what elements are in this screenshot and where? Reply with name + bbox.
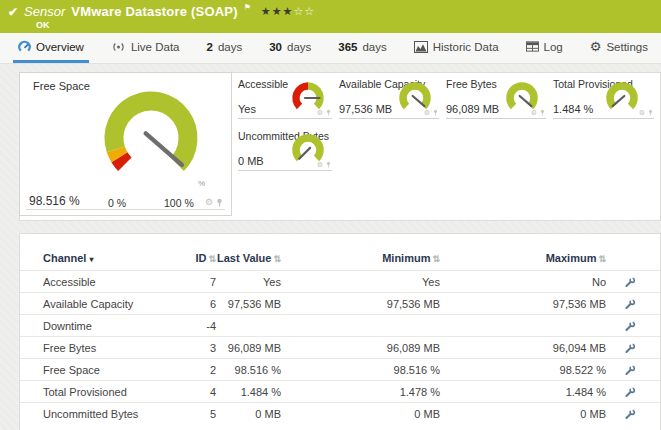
gear-icon[interactable]: ⚙ — [639, 109, 645, 116]
gear-icon[interactable]: ⚙ — [424, 109, 430, 116]
wrench-icon[interactable] — [625, 276, 636, 288]
gauge-needle — [613, 96, 625, 106]
tab-bar: Overview Live Data 2 days 30 days 365 da… — [0, 33, 661, 64]
wrench-icon[interactable] — [625, 386, 636, 398]
available-capacity-value: 97,536 MB — [339, 103, 392, 115]
gear-icon[interactable]: ⚙ — [317, 109, 323, 116]
pin-icon[interactable] — [216, 198, 223, 207]
free-space-value: 98.516 % — [29, 194, 80, 208]
table-row[interactable]: Free Bytes 3 96,089 MB 96,089 MB 96,094 … — [20, 336, 660, 358]
channel-maximum: No — [440, 276, 606, 288]
channel-name: Downtime — [20, 320, 183, 332]
channel-name: Free Space — [20, 364, 183, 376]
stars-empty[interactable]: ☆☆ — [293, 5, 315, 17]
total-provisioned-gauge-tile: Total Provisioned 1.484 % ⚙ — [553, 76, 654, 119]
total-provisioned-value: 1.484 % — [553, 103, 593, 115]
pin-icon[interactable] — [433, 109, 438, 116]
channel-id: 4 — [183, 386, 216, 398]
channel-name: Accessible — [20, 276, 183, 288]
column-header-minimum[interactable]: Minimum⇅ — [281, 252, 440, 264]
tab-log[interactable]: Log — [521, 33, 568, 63]
flag-icon[interactable]: ⚑ — [244, 3, 251, 12]
tab-30-days[interactable]: 30 days — [264, 33, 316, 63]
tab-live-data[interactable]: Live Data — [106, 33, 185, 63]
tab-2-days[interactable]: 2 days — [202, 33, 248, 63]
channel-last-value: 98.516 % — [216, 364, 281, 376]
wrench-icon[interactable] — [625, 298, 636, 310]
gear-icon: ⚙ — [590, 40, 602, 53]
wrench-icon[interactable] — [625, 342, 636, 354]
gauge-needle — [299, 148, 310, 159]
channel-last-value: 97,536 MB — [216, 298, 281, 310]
channel-minimum: 96,089 MB — [281, 342, 440, 354]
tab-30-days-number: 30 — [269, 41, 282, 53]
wrench-icon[interactable] — [625, 408, 636, 420]
stars-filled[interactable]: ★★★ — [261, 5, 294, 17]
gear-icon[interactable]: ⚙ — [205, 198, 213, 207]
small-gauges-grid: Accessible Yes ⚙ Available Capacity 97,5… — [238, 76, 654, 171]
tab-overview[interactable]: Overview — [13, 33, 89, 63]
table-row[interactable]: Uncommitted Bytes 5 0 MB 0 MB 0 MB — [20, 402, 660, 424]
wrench-icon[interactable] — [625, 320, 636, 332]
uncommitted-bytes-gauge-tile: Uncommitted Bytes 0 MB ⚙ — [238, 128, 332, 171]
sort-icon: ⇅ — [273, 254, 281, 264]
tab-historic-data[interactable]: Historic Data — [409, 33, 504, 63]
channel-maximum: 97,536 MB — [440, 298, 606, 310]
gauge-needle — [413, 96, 425, 106]
channel-maximum: 0 MB — [440, 408, 606, 420]
available-capacity-gauge-tile: Available Capacity 97,536 MB ⚙ — [339, 76, 439, 119]
total-provisioned-gauge — [602, 78, 642, 118]
channel-maximum: 1.484 % — [440, 386, 606, 398]
channels-table-panel: Channel▾ ID⇅ Last Value⇅ Minimum⇅ Maximu… — [19, 233, 661, 430]
column-header-id[interactable]: ID⇅ — [183, 252, 216, 264]
channel-maximum: 96,094 MB — [440, 342, 606, 354]
channel-minimum: 0 MB — [281, 408, 440, 420]
sort-icon: ⇅ — [598, 254, 606, 264]
table-row[interactable]: Accessible 7 Yes Yes No — [20, 270, 660, 292]
tab-settings[interactable]: ⚙ Settings — [585, 33, 653, 63]
tab-365-days-unit: days — [362, 41, 386, 53]
sort-icon: ⇅ — [432, 254, 440, 264]
column-header-channel[interactable]: Channel▾ — [20, 252, 183, 264]
channel-minimum: Yes — [281, 276, 440, 288]
sensor-header-bar: ✔ Sensor VMware Datastore (SOAP) ⚑ ★★★☆☆… — [0, 0, 661, 33]
gear-icon[interactable]: ⚙ — [317, 161, 323, 168]
gauge-title: Free Space — [33, 80, 90, 92]
free-bytes-value: 96,089 MB — [446, 103, 499, 115]
tab-historic-data-label: Historic Data — [433, 41, 499, 53]
pin-icon[interactable] — [540, 109, 545, 116]
pin-icon[interactable] — [648, 109, 653, 116]
table-row[interactable]: Free Space 2 98.516 % 98.516 % 98.522 % — [20, 358, 660, 380]
channel-last-value: 0 MB — [216, 408, 281, 420]
tab-settings-label: Settings — [606, 41, 648, 53]
channel-name: Uncommitted Bytes — [20, 408, 183, 420]
free-space-gauge-card: Free Space 0 % 100 % % 98.516 % ⚙ — [19, 72, 232, 216]
column-header-last-value[interactable]: Last Value⇅ — [216, 252, 281, 264]
live-data-icon — [111, 41, 126, 53]
gear-icon[interactable]: ⚙ — [531, 109, 537, 116]
column-header-maximum[interactable]: Maximum⇅ — [440, 252, 606, 264]
channel-maximum: 98.522 % — [440, 364, 606, 376]
channel-last-value: Yes — [216, 276, 281, 288]
pin-icon[interactable] — [326, 161, 331, 168]
wrench-icon[interactable] — [625, 364, 636, 376]
tab-365-days-number: 365 — [338, 41, 357, 53]
tab-log-label: Log — [544, 41, 563, 53]
table-row[interactable]: Downtime -4 — [20, 314, 660, 336]
uncommitted-bytes-value: 0 MB — [238, 155, 264, 167]
free-bytes-gauge-tile: Free Bytes 96,089 MB ⚙ — [446, 76, 546, 119]
tab-365-days[interactable]: 365 days — [333, 33, 391, 63]
gauge-scale-min: 0 % — [108, 197, 126, 209]
channel-name: Total Provisioned — [20, 386, 183, 398]
channel-last-value: 1.484 % — [216, 386, 281, 398]
gauge-needle — [520, 96, 532, 106]
pin-icon[interactable] — [326, 109, 331, 116]
channel-id: -4 — [183, 320, 216, 332]
channel-id: 3 — [183, 342, 216, 354]
priority-rating[interactable]: ★★★☆☆ — [261, 5, 315, 18]
table-row[interactable]: Available Capacity 6 97,536 MB 97,536 MB… — [20, 292, 660, 314]
table-row[interactable]: Total Provisioned 4 1.484 % 1.478 % 1.48… — [20, 380, 660, 402]
gauges-panel: Free Space 0 % 100 % % 98.516 % ⚙ Access… — [19, 72, 661, 221]
channel-name: Available Capacity — [20, 298, 183, 310]
sensor-status-badge: OK — [36, 20, 50, 30]
